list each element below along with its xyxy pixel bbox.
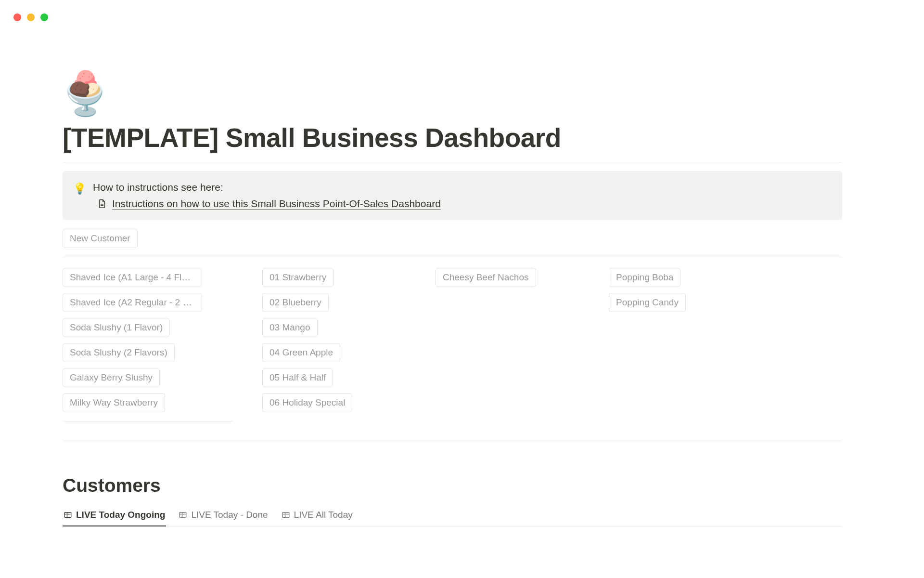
maximize-window-button[interactable] — [40, 13, 48, 21]
divider — [63, 162, 842, 162]
product-button[interactable]: 06 Holiday Special — [262, 393, 352, 412]
callout-body: How to instructions see here: Instructio… — [93, 182, 832, 210]
tab-label: LIVE Today Ongoing — [76, 510, 165, 520]
lightbulb-icon: 💡 — [73, 182, 86, 210]
new-customer-button[interactable]: New Customer — [63, 229, 138, 248]
svg-rect-8 — [282, 512, 289, 518]
product-column-1: Shaved Ice (A1 Large - 4 Flavors) Shaved… — [63, 268, 233, 421]
product-button[interactable]: Milky Way Strawberry — [63, 393, 165, 412]
tab-live-today-done[interactable]: LIVE Today - Done — [178, 505, 269, 526]
customers-heading: Customers — [63, 475, 842, 496]
product-button[interactable]: Soda Slushy (1 Flavor) — [63, 318, 170, 337]
table-icon — [64, 511, 72, 519]
product-button[interactable]: 03 Mango — [262, 318, 318, 337]
callout-text: How to instructions see here: — [93, 182, 832, 193]
callout-block: 💡 How to instructions see here: Instruct… — [63, 171, 842, 220]
product-column-4: Popping Boba Popping Candy — [609, 268, 753, 421]
product-button[interactable]: 04 Green Apple — [262, 343, 340, 362]
product-button[interactable]: Popping Boba — [609, 268, 680, 287]
callout-link-row: Instructions on how to use this Small Bu… — [93, 198, 832, 210]
minimize-window-button[interactable] — [27, 13, 35, 21]
svg-rect-5 — [180, 512, 187, 518]
product-column-3: Cheesy Beef Nachos — [436, 268, 580, 421]
tab-live-today-ongoing[interactable]: LIVE Today Ongoing — [63, 505, 166, 526]
window-controls — [13, 13, 48, 21]
tab-live-all-today[interactable]: LIVE All Today — [281, 505, 354, 526]
page-emoji-icon[interactable]: 🍨 — [59, 72, 842, 115]
table-icon — [179, 511, 187, 519]
product-columns: Shaved Ice (A1 Large - 4 Flavors) Shaved… — [63, 268, 842, 421]
table-icon — [282, 511, 290, 519]
product-column-2: 01 Strawberry 02 Blueberry 03 Mango 04 G… — [262, 268, 407, 421]
page-icon — [97, 198, 107, 209]
svg-rect-2 — [64, 512, 71, 518]
product-button[interactable]: Soda Slushy (2 Flavors) — [63, 343, 175, 362]
tab-label: LIVE Today - Done — [191, 510, 268, 520]
product-button[interactable]: Shaved Ice (A1 Large - 4 Flavors) — [63, 268, 202, 287]
tab-label: LIVE All Today — [294, 510, 353, 520]
product-button[interactable]: 01 Strawberry — [262, 268, 334, 287]
product-button[interactable]: 02 Blueberry — [262, 293, 329, 312]
product-button[interactable]: Galaxy Berry Slushy — [63, 368, 160, 387]
divider — [63, 441, 842, 441]
instructions-link[interactable]: Instructions on how to use this Small Bu… — [112, 198, 441, 210]
close-window-button[interactable] — [13, 13, 21, 21]
page-title: [TEMPLATE] Small Business Dashboard — [63, 122, 842, 153]
divider — [63, 257, 842, 257]
product-button[interactable]: Popping Candy — [609, 293, 686, 312]
product-button[interactable]: Cheesy Beef Nachos — [436, 268, 536, 287]
page-content: 🍨 [TEMPLATE] Small Business Dashboard 💡 … — [0, 0, 905, 526]
customers-view-tabs: LIVE Today Ongoing LIVE Today - Done LIV… — [63, 505, 842, 526]
product-button[interactable]: Shaved Ice (A2 Regular - 2 Flav... — [63, 293, 202, 312]
product-button[interactable]: 05 Half & Half — [262, 368, 333, 387]
